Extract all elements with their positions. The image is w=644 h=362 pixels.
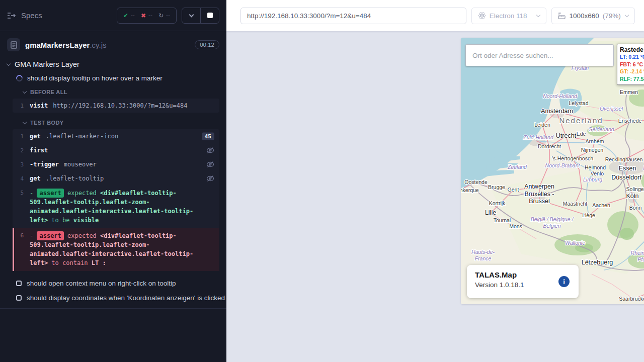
- stat-pending: ↻--: [158, 12, 170, 19]
- map-place-label: Zuid-Holland: [523, 134, 554, 140]
- chevron-down-icon: [536, 13, 540, 17]
- viewport-size: 1000x660: [569, 12, 599, 20]
- map-place-label: Bruxelles -: [524, 191, 554, 198]
- map-place-label: Gelderland: [588, 126, 615, 132]
- map-place-label: 's-Hertogenbosch: [552, 155, 593, 161]
- invisible-eye-slash-icon: [206, 175, 214, 182]
- pending-test-icon: [16, 281, 22, 286]
- browser-selector[interactable]: Electron 118: [471, 8, 547, 24]
- assert-badge: assert: [37, 231, 63, 240]
- app-version: Version 1.0.18.1: [475, 281, 571, 289]
- sidebar-toggle-icon: [7, 12, 16, 19]
- restart-icon: ↻: [158, 12, 164, 19]
- url-input[interactable]: [247, 12, 460, 20]
- tooltip-station-name: Rastede: [620, 46, 644, 53]
- reporter-header: Specs ✔-- ✖-- ↻--: [0, 0, 226, 31]
- tooltip-measurement: LT: 0.21 °C: [620, 53, 644, 61]
- map-place-label: Aachen: [592, 202, 610, 208]
- app-root: Specs ✔-- ✖-- ↻-- gmaMarkersLayer.cy.js: [0, 0, 644, 362]
- map-place-label: Amsterdam: [541, 108, 573, 115]
- specs-label: Specs: [21, 11, 42, 20]
- stop-icon: [207, 13, 213, 18]
- stat-failed: ✖--: [141, 12, 152, 19]
- map-place-label: Nederland: [559, 116, 603, 125]
- map-place-label: Hauts-de-: [471, 249, 495, 255]
- runner-controls: [182, 8, 219, 24]
- tooltip-measurement: RLF: 77.54 %: [620, 75, 644, 83]
- command-row[interactable]: 2first: [13, 143, 219, 157]
- command-row[interactable]: 1get.leaflet-marker-icon45: [13, 129, 219, 143]
- test-body-hook[interactable]: TEST BODY: [0, 113, 226, 126]
- map-place-label: Utrecht: [556, 132, 577, 139]
- map-place-label: Essen: [619, 165, 636, 172]
- pending-test-title: should display coordinates when 'Koordin…: [27, 294, 225, 302]
- invisible-eye-slash-icon: [206, 161, 214, 167]
- viewport-zoom: (79%): [603, 12, 621, 20]
- map-place-label: Nijmegen: [581, 147, 604, 153]
- collapse-button[interactable]: [182, 8, 200, 23]
- map-place-label: Belgien: [543, 223, 560, 229]
- map-place-label: Bonn: [629, 205, 642, 211]
- pending-test-row[interactable]: should display coordinates when 'Koordin…: [0, 291, 226, 305]
- map-place-label: Emmen: [620, 89, 638, 95]
- map-place-label: Limburg: [583, 176, 602, 183]
- cypress-reporter: Specs ✔-- ✖-- ↻-- gmaMarkersLayer.cy.js: [0, 0, 226, 362]
- pending-test-icon: [16, 295, 22, 301]
- map-place-label: Pfalz: [637, 256, 644, 262]
- map-place-label: Mons: [509, 223, 522, 229]
- browser-name: Electron 118: [490, 12, 527, 20]
- passed-icon: ✔: [123, 12, 128, 19]
- pending-tests: should open context menu on right-click …: [0, 276, 226, 305]
- map-place-label: Enschede: [618, 118, 642, 124]
- chevron-down-icon: [625, 13, 629, 17]
- command-row[interactable]: 1visithttp://192.168.10.33:3000/?m=12&u=…: [13, 99, 219, 113]
- suite-row[interactable]: GMA Markers Layer: [0, 56, 226, 68]
- command-row[interactable]: 3-triggermouseover: [13, 157, 219, 171]
- test-row[interactable]: should display tooltip on hover over a m…: [0, 68, 226, 82]
- specs-toggle-button[interactable]: Specs: [7, 11, 42, 20]
- electron-icon: [478, 12, 486, 20]
- command-row[interactable]: 6- assert expected <div#leaflet-tooltip-…: [13, 228, 219, 271]
- map-place-label: Overijssel: [600, 106, 623, 112]
- map-place-label: Lelystad: [569, 100, 588, 106]
- chevron-down-icon: [7, 62, 11, 66]
- assert-badge: assert: [37, 189, 63, 198]
- chevron-down-icon: [23, 120, 27, 124]
- map-place-label: Arnhem: [586, 138, 604, 144]
- tooltip-measurement: GT: -2.14 °C: [620, 68, 644, 75]
- info-icon[interactable]: i: [558, 276, 570, 287]
- map-place-label: Leiden: [534, 122, 550, 128]
- map-place-label: Wallonie: [565, 240, 585, 246]
- marker-tooltip[interactable]: Rastede LT: 0.21 °CFBT: 6 °CGT: -2.14 °C…: [617, 44, 644, 85]
- map-place-label: Liège: [582, 212, 595, 218]
- viewport-ruler-icon: [558, 12, 566, 20]
- map-place-label: Dunkerque: [461, 187, 479, 193]
- map-place-label: Noord-Holland: [543, 93, 578, 99]
- map-place-label: Ede: [577, 131, 586, 137]
- map-place-label: Brussel: [529, 198, 550, 205]
- map-place-label: Düsseldorf: [611, 174, 641, 181]
- before-all-hook[interactable]: BEFORE ALL: [0, 82, 226, 95]
- stop-button[interactable]: [201, 8, 219, 23]
- tooltip-measurement: FBT: 6 °C: [620, 61, 644, 68]
- map-place-label: France: [475, 255, 492, 261]
- map-place-label: Helmond: [585, 164, 606, 170]
- map-place-label: Antwerpen: [524, 183, 554, 190]
- browser-toolbar: Electron 118 1000x660 (79%): [226, 0, 644, 31]
- map-search-input[interactable]: [466, 52, 613, 59]
- pending-test-row[interactable]: should open context menu on right-click …: [0, 276, 226, 291]
- map-search-box[interactable]: [465, 44, 614, 66]
- element-count-badge: 45: [202, 133, 214, 140]
- url-bar[interactable]: [240, 8, 466, 24]
- command-row[interactable]: 5- assert expected <div#leaflet-tooltip-…: [13, 186, 219, 228]
- map-place-label: Zeeland: [507, 164, 527, 170]
- spec-file-row[interactable]: gmaMarkersLayer.cy.js 00:12: [0, 31, 226, 56]
- leaflet-map[interactable]: BremerhavenHamburgBremenNiedersachsenEmm…: [461, 38, 644, 304]
- map-place-label: België / Belgique /: [531, 216, 574, 222]
- spec-file-name: gmaMarkersLayer: [25, 41, 90, 49]
- map-place-label: Brugge: [488, 184, 505, 190]
- viewport-selector[interactable]: 1000x660 (79%): [551, 8, 635, 24]
- command-row[interactable]: 4get.leaflet-tooltip: [13, 171, 219, 186]
- version-box: TALAS.Map Version 1.0.18.1 i: [467, 265, 579, 298]
- map-place-label: Oostende: [464, 179, 488, 185]
